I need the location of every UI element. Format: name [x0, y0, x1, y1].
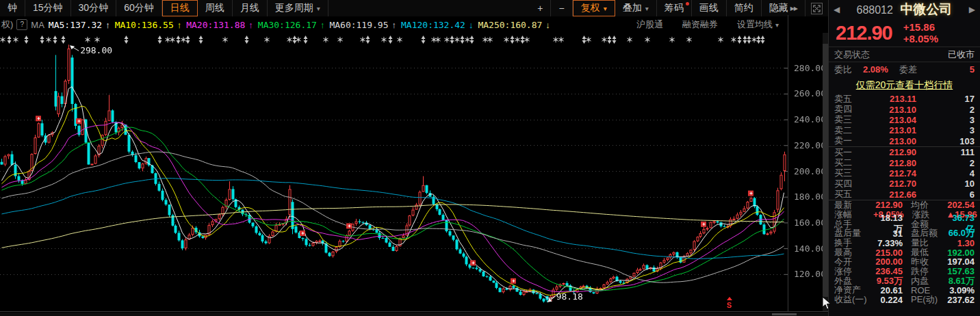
stats-grid: 最新212.90均价202.54涨幅+8.05%涨跌▲15.86总手18.13万…	[829, 200, 980, 304]
chevron-down-icon: ▾	[775, 21, 779, 29]
level-qty: 2	[916, 105, 975, 115]
candlestick-chart[interactable]	[0, 33, 828, 316]
ask-level-row: 卖一213.00103	[829, 136, 980, 146]
level2-promo-row: 仅需20元查看十档行情	[829, 77, 980, 94]
zoom-out-button[interactable]: −	[551, 0, 572, 16]
ma-trend-arrow-icon: ↑	[320, 20, 325, 30]
ma-value-MA60: MA60:119.95	[329, 20, 388, 30]
ma-trend-arrow-icon: ↓	[545, 20, 550, 30]
level-qty: 4	[916, 168, 975, 179]
stat-label: PE(动)	[903, 293, 945, 306]
period-tab-6[interactable]: 月线	[233, 0, 268, 16]
stat-value: 1.30	[945, 238, 975, 248]
ma-trend-arrow-icon: ↓	[469, 20, 474, 30]
zoom-in-button[interactable]: +	[530, 0, 551, 16]
ask-level-row: 卖二213.013	[829, 125, 980, 135]
level-qty: 103	[916, 136, 975, 146]
period-tab-1[interactable]: 15分钟	[25, 0, 71, 16]
stat-value: 237.62	[945, 295, 975, 305]
level-qty: 111	[916, 147, 975, 157]
bid-level-row: 买二212.802	[829, 157, 980, 168]
fullscreen-button[interactable]	[805, 0, 828, 16]
bid-level-row: 买四212.7010	[829, 179, 980, 189]
ask-levels: 卖五213.1117卖四213.102卖三213.043卖二213.013卖一2…	[829, 94, 980, 146]
stock-terminal-window: 钟15分钟30分钟60分钟日线周线月线更多周期▾ + − 复权▾叠加▾筹码画线简…	[0, 0, 980, 316]
weibi-row: 委比 2.08% 委差 5	[829, 62, 980, 77]
ask-level-row: 卖四213.102	[829, 104, 980, 114]
legend-link-2[interactable]: 设置均线▾	[737, 18, 779, 31]
stat-value: 7.33%	[873, 238, 903, 248]
level-price: 213.04	[862, 115, 916, 125]
legend-right-links: 沪股通融资融券设置均线▾	[636, 18, 828, 31]
tool-5-button[interactable]: 隐藏▶▶	[762, 0, 805, 16]
weibi-value: 2.08%	[863, 64, 888, 75]
help-icon[interactable]: ?	[16, 19, 27, 30]
mouse-cursor	[822, 296, 832, 311]
chevron-down-icon: ▾	[604, 5, 607, 12]
period-tab-3[interactable]: 60分钟	[116, 0, 162, 16]
bid-levels: 买一212.90111买二212.802买三212.744买四212.7010买…	[829, 146, 980, 200]
tool-1-button[interactable]: 叠加▾	[615, 0, 657, 16]
last-price: 212.90	[836, 22, 892, 44]
level-qty: 10	[916, 179, 975, 189]
ma-value-MA250: MA250:160.87	[478, 20, 542, 30]
level-price: 212.80	[862, 158, 916, 168]
ma-value-MA30: MA30:126.17	[258, 20, 317, 30]
trading-status-row: 交易状态 已收市	[829, 47, 980, 62]
next-stock-arrow[interactable]: ▶	[969, 5, 975, 14]
stats-row-10: 收益(一)0.224PE(动)237.62	[829, 295, 980, 304]
level-qty: 3	[916, 115, 975, 125]
ask-level-row: 卖五213.1117	[829, 94, 980, 104]
price-change-pct: +8.05%	[903, 33, 938, 44]
ma-value-MA5: MA5:137.32	[49, 20, 102, 30]
ma-group-label: MA	[31, 20, 44, 30]
ma-trend-arrow-icon: ↑	[105, 20, 110, 30]
trading-status-value: 已收市	[948, 49, 975, 61]
level-price: 213.01	[862, 125, 916, 135]
ma-legend-bar: 权) ? MA MA5:137.32↑MA10:136.55↑MA20:131.…	[0, 16, 828, 33]
stat-value: 0.224	[873, 295, 903, 305]
legend-link-1[interactable]: 融资融券	[682, 18, 718, 31]
stat-value: 200.00	[873, 256, 903, 267]
level-price: 212.74	[862, 168, 916, 179]
ma-trend-arrow-icon: ↑	[392, 20, 397, 30]
stat-value: 202.54	[945, 200, 975, 210]
period-tab-0[interactable]: 钟	[0, 0, 25, 16]
period-tab-7[interactable]: 更多周期▾	[268, 0, 328, 16]
level-qty: 17	[916, 94, 975, 104]
chevron-down-icon: ▾	[645, 5, 649, 12]
period-tab-5[interactable]: 周线	[198, 0, 233, 16]
period-tab-2[interactable]: 30分钟	[71, 0, 117, 16]
prev-stock-arrow[interactable]: ◀	[834, 5, 840, 14]
chart-tools: + − 复权▾叠加▾筹码画线简约隐藏▶▶	[530, 0, 828, 16]
chevron-down-icon: ▾	[317, 5, 320, 12]
level-price: 213.10	[862, 105, 916, 115]
level-price: 213.00	[862, 136, 916, 146]
stat-label: 收益(一)	[834, 293, 873, 306]
legend-link-0[interactable]: 沪股通	[636, 18, 663, 31]
tool-4-button[interactable]: 简约	[727, 0, 762, 16]
period-toolbar: 钟15分钟30分钟60分钟日线周线月线更多周期▾ + − 复权▾叠加▾筹码画线简…	[0, 0, 828, 17]
level-label: 卖一	[834, 135, 862, 147]
tool-3-button[interactable]: 画线	[692, 0, 727, 16]
stat-value: 192.00	[945, 248, 975, 258]
bid-level-row: 买三212.744	[829, 168, 980, 179]
level2-promo-link[interactable]: 仅需20元查看十档行情	[856, 79, 953, 92]
ma-trend-arrow-icon: ↑	[177, 20, 182, 30]
stat-value: 197.04	[945, 256, 975, 267]
ma-value-MA120: MA120:132.42	[401, 20, 465, 30]
ma-value-MA10: MA10:136.55	[115, 20, 174, 30]
tool-0-button[interactable]: 复权▾	[573, 0, 615, 16]
price-change: +15.86	[903, 21, 938, 33]
ma-values: MA5:137.32↑MA10:136.55↑MA20:131.88↑MA30:…	[49, 20, 555, 30]
period-tab-4[interactable]: 日线	[162, 0, 198, 16]
level-qty: 6	[916, 189, 975, 200]
bid-level-row: 买一212.90111	[829, 147, 980, 157]
level-qty: 3	[916, 125, 975, 135]
level-price: 212.66	[862, 189, 916, 200]
stock-code: 688012	[856, 4, 892, 16]
level-qty: 2	[916, 158, 975, 168]
ask-level-row: 卖三213.043	[829, 115, 980, 125]
quote-panel: ◀ 688012 中微公司 ▶ 212.90 +15.86 +8.05% 交易状…	[828, 0, 980, 316]
tool-2-button[interactable]: 筹码	[657, 0, 692, 16]
